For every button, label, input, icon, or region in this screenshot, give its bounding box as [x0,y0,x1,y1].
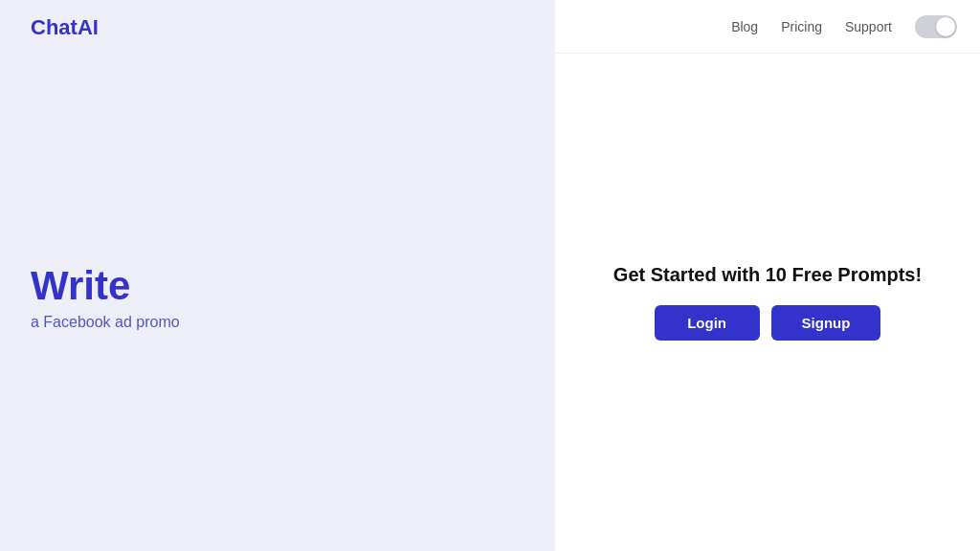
hero-subtitle: a Facebook ad promo [31,314,180,331]
nav-blog[interactable]: Blog [731,19,758,34]
main-content: Get Started with 10 Free Prompts! Login … [555,54,980,551]
cta-heading: Get Started with 10 Free Prompts! [613,264,922,286]
button-row: Login Signup [655,305,881,341]
hero-write-label: Write [31,264,180,308]
nav-bar: Blog Pricing Support [555,0,980,54]
nav-pricing[interactable]: Pricing [781,19,822,34]
hero-text: Write a Facebook ad promo [31,264,180,331]
right-panel: Blog Pricing Support Get Started with 10… [555,0,980,551]
theme-toggle[interactable] [915,15,957,38]
signup-button[interactable]: Signup [771,305,881,341]
login-button[interactable]: Login [655,305,760,341]
toggle-track[interactable] [915,15,957,38]
nav-support[interactable]: Support [845,19,892,34]
left-panel: ChatAI Write a Facebook ad promo [0,0,555,551]
logo[interactable]: ChatAI [31,15,99,40]
toggle-knob [936,17,955,36]
